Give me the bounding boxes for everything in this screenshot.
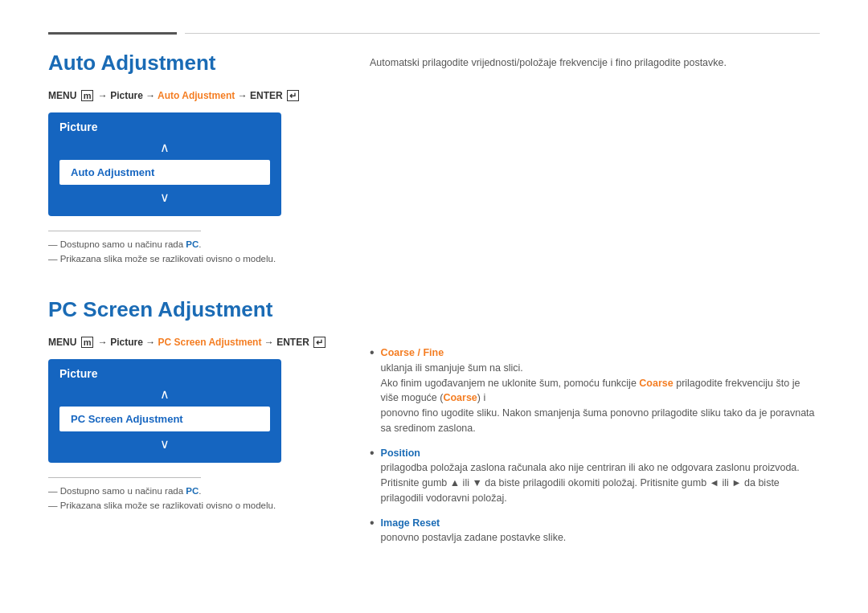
coarse-fine-line1: uklanja ili smanjuje šum na slici. bbox=[381, 362, 523, 374]
pc-note-2: ― Prikazana slika može se razlikovati ov… bbox=[48, 501, 338, 510]
widget-title: Picture bbox=[59, 121, 270, 133]
pc-widget-selected-item: PC Screen Adjustment bbox=[59, 407, 270, 431]
bullet-content-2: Position prilagodba položaja zaslona rač… bbox=[381, 446, 820, 506]
left-line bbox=[48, 32, 177, 35]
right-line bbox=[185, 33, 820, 34]
auto-note-1-bold: PC bbox=[186, 239, 199, 249]
auto-adjustment-left: Auto Adjustment MENU m → Picture → Auto … bbox=[48, 51, 338, 268]
pc-widget-arrow-down-icon: ∨ bbox=[59, 436, 270, 452]
pc-note-1: ― Dostupno samo u načinu rada PC. bbox=[48, 486, 338, 496]
widget-arrow-down-icon: ∨ bbox=[59, 190, 270, 205]
bullet-position: • Position prilagodba položaja zaslona r… bbox=[370, 446, 820, 506]
pc-menu-arrow3: → bbox=[264, 337, 276, 348]
pc-bullet-list: • Coarse / Fine uklanja ili smanjuje šum… bbox=[370, 345, 820, 546]
auto-adjustment-section: Auto Adjustment MENU m → Picture → Auto … bbox=[48, 51, 820, 268]
coarse-fine-heading: Coarse / Fine bbox=[381, 347, 444, 358]
coarse-fine-line3: ponovno fino ugodite sliku. Nakon smanje… bbox=[381, 407, 815, 434]
menu-arrow2: → bbox=[145, 90, 158, 101]
widget-arrow-up-icon: ∧ bbox=[59, 140, 270, 155]
menu-arrow1: → bbox=[98, 90, 110, 101]
pc-menu-label: MENU bbox=[48, 337, 80, 348]
bullet-content-1: Coarse / Fine uklanja ili smanjuje šum n… bbox=[381, 345, 820, 436]
auto-adjustment-menu-path: MENU m → Picture → Auto Adjustment → ENT… bbox=[48, 90, 338, 101]
image-reset-line1: ponovno postavlja zadane postavke slike. bbox=[381, 532, 567, 543]
bullet-image-reset: • Image Reset ponovno postavlja zadane p… bbox=[370, 516, 820, 546]
menu-picture-link: Picture bbox=[110, 90, 143, 101]
enter-icon: ↵ bbox=[287, 90, 299, 101]
pc-adjustment-left: PC Screen Adjustment MENU m → Picture → … bbox=[48, 297, 338, 555]
pc-adjustment-menu-path: MENU m → Picture → PC Screen Adjustment … bbox=[48, 337, 338, 348]
auto-adjustment-description: Automatski prilagodite vrijednosti/polož… bbox=[370, 55, 820, 71]
top-divider bbox=[48, 32, 820, 35]
position-heading: Position bbox=[381, 447, 420, 459]
pc-menu-icon: m bbox=[81, 337, 94, 348]
pc-widget-arrow-up-icon: ∧ bbox=[59, 386, 270, 402]
coarse-inline-2: Coarse bbox=[443, 392, 477, 403]
pc-adjustment-right: • Coarse / Fine uklanja ili smanjuje šum… bbox=[370, 297, 820, 555]
pc-widget-title: Picture bbox=[59, 367, 270, 380]
image-reset-heading: Image Reset bbox=[381, 517, 440, 529]
auto-adjustment-title: Auto Adjustment bbox=[48, 51, 338, 76]
menu-icon: m bbox=[81, 90, 94, 101]
auto-note-1: ― Dostupno samo u načinu rada PC. bbox=[48, 239, 338, 249]
widget-selected-item: Auto Adjustment bbox=[59, 160, 270, 185]
coarse-fine-line2: Ako finim ugođavanjem ne uklonite šum, p… bbox=[381, 378, 800, 404]
position-line2: Pritisnite gumb ▲ ili ▼ da biste prilago… bbox=[381, 477, 780, 504]
menu-label: MENU bbox=[48, 90, 80, 101]
position-line1: prilagodba položaja zaslona računala ako… bbox=[381, 462, 800, 473]
pc-adjustment-title: PC Screen Adjustment bbox=[48, 297, 338, 322]
pc-adjustment-widget: Picture ∧ PC Screen Adjustment ∨ bbox=[48, 359, 281, 463]
pc-menu-arrow2: → bbox=[145, 337, 158, 348]
bullet-dot-3: • bbox=[370, 516, 375, 530]
menu-arrow3: → bbox=[238, 90, 250, 101]
bullet-dot-2: • bbox=[370, 446, 375, 460]
bullet-coarse-fine: • Coarse / Fine uklanja ili smanjuje šum… bbox=[370, 345, 820, 436]
auto-divider bbox=[48, 231, 201, 231]
pc-enter-icon: ↵ bbox=[313, 337, 326, 348]
pc-menu-highlight: PC Screen Adjustment bbox=[158, 337, 262, 348]
auto-adjustment-widget: Picture ∧ Auto Adjustment ∨ bbox=[48, 112, 281, 216]
pc-divider bbox=[48, 477, 201, 478]
pc-screen-adjustment-section: PC Screen Adjustment MENU m → Picture → … bbox=[48, 297, 820, 555]
pc-note-1-bold: PC bbox=[186, 486, 199, 496]
pc-menu-picture: Picture bbox=[110, 337, 143, 348]
menu-highlight-link: Auto Adjustment bbox=[158, 90, 235, 101]
bullet-content-3: Image Reset ponovno postavlja zadane pos… bbox=[381, 516, 820, 546]
auto-note-2: ― Prikazana slika može se razlikovati ov… bbox=[48, 254, 338, 264]
coarse-inline-1: Coarse bbox=[639, 378, 673, 389]
pc-menu-arrow1: → bbox=[98, 337, 110, 348]
pc-menu-enter: ENTER bbox=[276, 337, 312, 348]
auto-adjustment-right: Automatski prilagodite vrijednosti/polož… bbox=[370, 51, 820, 268]
bullet-dot-1: • bbox=[370, 345, 375, 360]
menu-enter: ENTER bbox=[250, 90, 285, 101]
